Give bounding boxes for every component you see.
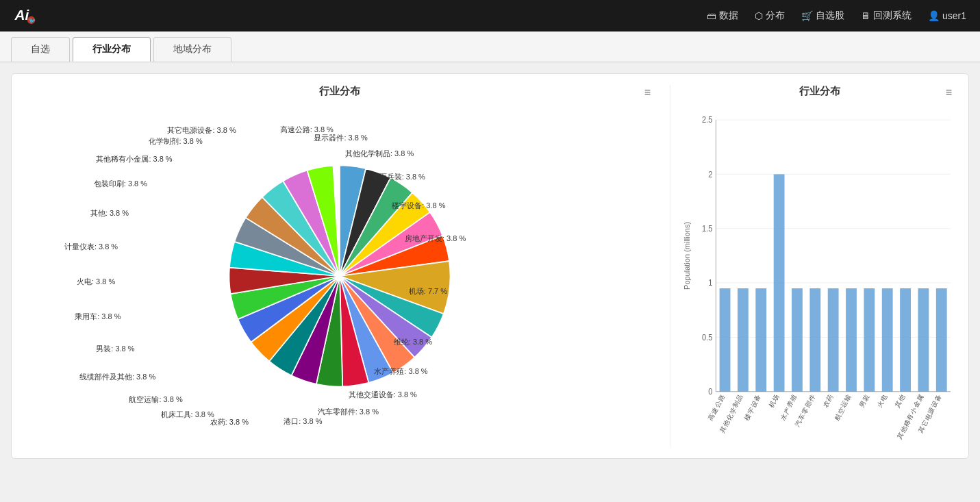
nav-data[interactable]: 🗃 数据 [707,10,738,22]
pie-label: 机床工具: 3.8 % [161,410,214,420]
pie-label: 显示器件: 3.8 % [314,133,367,143]
svg-rect-41 [936,288,947,392]
svg-text:男装: 男装 [857,393,870,410]
pie-label: 线缆部件及其他: 3.8 % [79,372,155,382]
pie-label: 高速公路: 3.8 % [280,125,334,135]
left-chart-title: 行业分布 [23,85,656,98]
svg-text:0.5: 0.5 [702,332,712,342]
pie-container: 高速公路: 3.8 %显示器件: 3.8 %其他化学制品: 3.8 %地面兵装:… [23,105,656,447]
svg-text:2.5: 2.5 [702,115,712,125]
svg-rect-33 [864,288,875,392]
pie-label: 化学制剂: 3.8 % [149,136,202,147]
svg-text:0: 0 [708,387,712,397]
right-chart-title: 行业分布 [681,85,957,98]
svg-rect-19 [738,288,749,392]
pie-label: 其它电源设备: 3.8 % [167,125,236,136]
user-icon: 👤 [928,10,940,21]
nav-watchlist[interactable]: 🛒 自选股 [801,10,844,22]
pie-label: 港口: 3.8 % [284,416,322,427]
right-chart-menu[interactable]: ≡ [946,86,952,99]
pie-label: 计量仪表: 3.8 % [64,242,118,252]
data-icon: 🗃 [707,10,716,21]
nav-user[interactable]: 👤 user1 [928,10,966,21]
nav-backtest-label: 回测系统 [873,10,912,22]
nav-user-label: user1 [942,10,966,21]
tab-industry[interactable]: 行业分布 [73,37,151,62]
header-nav: 🗃 数据 ⬡ 分布 🛒 自选股 🖥 回测系统 👤 user1 [707,10,966,22]
tabs-bar: 自选 行业分布 地域分布 [0,32,980,62]
pie-label: 农药: 3.8 % [210,417,249,427]
pie-label: 其他化学制品: 3.8 % [345,149,414,159]
pie-label: 航空运输: 3.8 % [129,394,182,405]
nav-distribution-label: 分布 [766,10,785,22]
svg-text:火电: 火电 [876,393,889,410]
svg-rect-31 [846,288,857,392]
svg-text:机场: 机场 [768,393,781,410]
tab-watchlist[interactable]: 自选 [11,37,70,62]
svg-text:农药: 农药 [822,393,835,410]
pie-label: 包装印刷: 3.8 % [94,179,147,189]
pie-label: 乘用车: 3.8 % [75,312,121,322]
svg-text:楼宇设备: 楼宇设备 [743,393,762,422]
svg-text:Population (millions): Population (millions) [683,222,691,290]
svg-rect-29 [828,288,839,392]
svg-text:其他: 其他 [894,393,907,410]
svg-text:航空运输: 航空运输 [833,393,852,422]
nav-data-label: 数据 [719,10,738,22]
svg-rect-35 [882,288,893,392]
svg-rect-27 [809,288,820,392]
monitor-icon: 🖥 [861,10,870,21]
pie-chart-svg [223,160,456,392]
svg-rect-39 [918,288,929,392]
svg-text:2: 2 [708,169,712,179]
svg-text:1: 1 [708,278,712,288]
svg-rect-23 [774,174,785,391]
svg-text:1.5: 1.5 [702,224,712,234]
right-chart: 行业分布 ≡ 00.511.522.5高速公路其他化学制品楼宇设备机场水产养殖汽… [670,85,957,447]
logo: Ai 🐦 [14,5,36,27]
svg-rect-25 [792,288,803,392]
pie-label: 其他稀有小金属: 3.8 % [96,154,172,164]
cart-icon: 🛒 [801,10,813,21]
left-chart-menu[interactable]: ≡ [644,86,651,99]
distribution-icon: ⬡ [755,10,763,21]
nav-watchlist-label: 自选股 [816,10,844,22]
tab-region[interactable]: 地域分布 [153,37,231,62]
svg-rect-37 [900,288,911,392]
bar-chart-svg: 00.511.522.5高速公路其他化学制品楼宇设备机场水产养殖汽车零部件农药航… [681,105,957,467]
svg-rect-21 [755,288,766,392]
header: Ai 🐦 🗃 数据 ⬡ 分布 🛒 自选股 🖥 回测系统 👤 user1 [0,0,980,32]
svg-text:🐦: 🐦 [29,17,36,24]
svg-text:水产养殖: 水产养殖 [779,393,798,422]
nav-distribution[interactable]: ⬡ 分布 [755,10,785,22]
main-content: 行业分布 ≡ 高速公路: 3.8 %显示器件: 3.8 %其他化学制品: 3.8… [0,62,980,470]
logo-icon: Ai 🐦 [14,5,36,27]
svg-text:高速公路: 高速公路 [707,393,726,422]
pie-label: 火电: 3.8 % [77,277,115,287]
pie-label: 男装: 3.8 % [96,344,134,354]
pie-label: 汽车零部件: 3.8 % [318,407,379,417]
pie-label: 其他: 3.8 % [90,208,129,218]
svg-rect-17 [720,288,731,392]
nav-backtest[interactable]: 🖥 回测系统 [861,10,912,22]
left-chart: 行业分布 ≡ 高速公路: 3.8 %显示器件: 3.8 %其他化学制品: 3.8… [23,85,656,447]
chart-card: 行业分布 ≡ 高速公路: 3.8 %显示器件: 3.8 %其他化学制品: 3.8… [11,73,969,459]
